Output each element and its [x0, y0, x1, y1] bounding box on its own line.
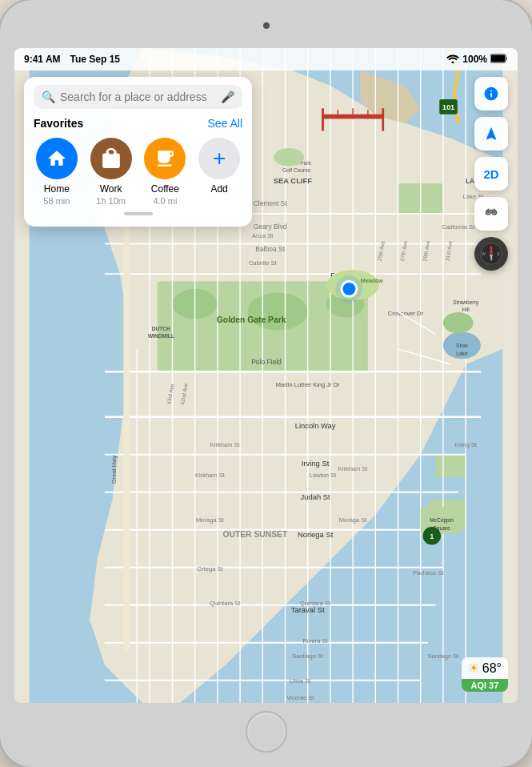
svg-text:Kirkham St: Kirkham St — [195, 472, 226, 479]
sun-icon: ☀ — [468, 661, 479, 676]
svg-text:Pacheco St: Pacheco St — [413, 569, 444, 576]
svg-point-119 — [493, 211, 495, 214]
coffee-sublabel: 4.0 mi — [153, 196, 177, 206]
camera-dot — [263, 22, 270, 29]
svg-text:McCoppin: McCoppin — [430, 517, 454, 524]
svg-text:Kirkham St: Kirkham St — [210, 441, 241, 448]
search-panel: 🔍 🎤 Favorites See All Home 58 min — [24, 77, 252, 227]
svg-text:E: E — [498, 252, 500, 256]
favorite-item-home[interactable]: Home 58 min — [34, 138, 80, 206]
svg-text:Lake: Lake — [456, 351, 468, 356]
svg-point-84 — [342, 281, 357, 296]
favorite-item-coffee[interactable]: Coffee 4.0 mi — [142, 138, 189, 206]
svg-text:Moraga St: Moraga St — [196, 516, 225, 524]
svg-point-5 — [247, 293, 307, 331]
svg-text:Moraga St: Moraga St — [339, 516, 368, 524]
favorites-label: Favorites — [34, 117, 83, 130]
battery: 100% — [462, 54, 487, 65]
favorite-item-add[interactable]: + Add — [196, 138, 242, 206]
svg-text:Stow: Stow — [456, 343, 468, 348]
time: 9:41 AM — [24, 54, 61, 65]
svg-text:Quintara St: Quintara St — [300, 600, 331, 607]
svg-text:DUTCH: DUTCH — [152, 326, 170, 331]
svg-text:Taraval St: Taraval St — [291, 605, 325, 614]
work-sublabel: 1h 10m — [96, 196, 126, 206]
date: Tue Sep 15 — [70, 54, 120, 65]
look-around-button[interactable] — [474, 197, 508, 231]
weather-badge[interactable]: ☀ 68° AQI 37 — [462, 657, 508, 692]
search-bar[interactable]: 🔍 🎤 — [34, 85, 242, 109]
info-button[interactable] — [474, 77, 508, 110]
svg-text:Cabrillo St: Cabrillo St — [249, 259, 278, 267]
status-bar: 9:41 AM Tue Sep 15 100% — [14, 48, 518, 70]
svg-text:Strawberry: Strawberry — [453, 299, 479, 306]
work-label: Work — [100, 183, 122, 195]
svg-text:Santiago St: Santiago St — [292, 653, 324, 660]
weather-temp: ☀ 68° — [462, 657, 508, 679]
svg-text:101: 101 — [442, 102, 455, 111]
home-icon-circle — [36, 138, 78, 179]
svg-text:Ulloa St: Ulloa St — [290, 677, 311, 685]
add-icon-circle: + — [198, 138, 240, 179]
coffee-icon-circle — [144, 138, 186, 179]
svg-text:Noriega St: Noriega St — [298, 530, 334, 539]
svg-text:Golf Course: Golf Course — [282, 167, 310, 173]
ipad-frame: 9:41 AM Tue Sep 15 100% — [0, 0, 532, 767]
svg-text:1: 1 — [430, 532, 434, 540]
svg-text:Anza St: Anza St — [252, 232, 274, 239]
svg-text:Kirkham St: Kirkham St — [338, 465, 369, 472]
svg-text:WINDMILL: WINDMILL — [148, 333, 174, 339]
2d-button[interactable]: 2D — [474, 157, 508, 191]
svg-text:Irving St: Irving St — [302, 459, 330, 468]
svg-text:Judah St: Judah St — [301, 492, 330, 501]
svg-text:S: S — [490, 257, 492, 261]
svg-text:Irving St: Irving St — [454, 441, 477, 448]
temperature: 68° — [482, 661, 502, 676]
svg-text:Hill: Hill — [462, 307, 470, 312]
location-button[interactable] — [474, 117, 508, 151]
svg-rect-9 — [436, 455, 466, 477]
svg-rect-1 — [491, 55, 505, 62]
svg-point-77 — [274, 148, 304, 167]
drag-handle — [124, 212, 153, 215]
status-right: 100% — [446, 54, 508, 66]
svg-text:Santiago St: Santiago St — [427, 653, 459, 660]
search-input[interactable] — [60, 90, 216, 103]
aqi-badge: AQI 37 — [462, 679, 508, 692]
svg-text:Polo Field: Polo Field — [251, 358, 282, 366]
favorites-header: Favorites See All — [34, 117, 242, 130]
svg-text:W: W — [482, 252, 486, 256]
coffee-label: Coffee — [151, 183, 179, 195]
screen: 9:41 AM Tue Sep 15 100% — [14, 48, 518, 703]
favorites-row: Home 58 min Work 1h 10m — [34, 138, 242, 206]
home-sublabel: 58 min — [43, 196, 70, 206]
svg-text:Balboa St: Balboa St — [255, 245, 285, 253]
microphone-icon[interactable]: 🎤 — [221, 90, 234, 103]
svg-point-118 — [487, 211, 490, 214]
status-left: 9:41 AM Tue Sep 15 — [24, 54, 120, 65]
svg-text:SEA CLIFF: SEA CLIFF — [274, 176, 312, 185]
svg-point-66 — [443, 312, 474, 333]
search-icon: 🔍 — [42, 90, 55, 103]
battery-icon — [490, 54, 508, 66]
svg-text:Geary Blvd: Geary Blvd — [254, 223, 287, 231]
svg-text:OUTER SUNSET: OUTER SUNSET — [222, 530, 288, 539]
see-all-button[interactable]: See All — [207, 117, 242, 130]
svg-text:Lincoln Way: Lincoln Way — [295, 421, 336, 430]
add-label: Add — [210, 183, 227, 195]
favorite-item-work[interactable]: Work 1h 10m — [88, 138, 134, 206]
compass-button[interactable]: N S W E — [474, 237, 508, 271]
svg-text:Ortega St: Ortega St — [197, 565, 223, 572]
svg-text:Rivera St: Rivera St — [303, 637, 329, 645]
wifi-icon — [446, 54, 459, 66]
home-label: Home — [44, 183, 70, 195]
svg-text:Meadow: Meadow — [360, 277, 383, 284]
home-button[interactable] — [246, 711, 287, 753]
work-icon-circle — [90, 138, 132, 179]
svg-text:Clement St: Clement St — [254, 199, 287, 207]
svg-text:Great Hwy: Great Hwy — [110, 456, 118, 484]
svg-text:Quintara St: Quintara St — [210, 600, 241, 607]
svg-text:Martin Luther King Jr Dr: Martin Luther King Jr Dr — [276, 381, 340, 388]
svg-rect-70 — [123, 199, 130, 650]
svg-text:Vicente St: Vicente St — [286, 694, 314, 701]
